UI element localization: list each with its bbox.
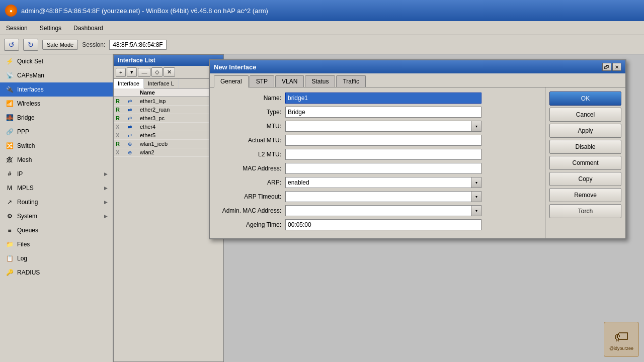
safe-mode-button[interactable]: Safe Mode [42,40,78,50]
session-label: Session: [82,41,105,48]
tab-interface-l[interactable]: Interface L [144,79,179,88]
dialog-minimize-button[interactable]: 🗗 [602,63,611,71]
sidebar-label-capsman: CAPsMan [17,72,44,79]
apply-button[interactable]: Apply [549,124,621,138]
form-row-type: Type: [220,107,535,118]
list-item[interactable]: X ⊕ wlan2 [114,148,223,157]
list-item[interactable]: X ⇄ ether4 [114,123,223,131]
tab-status[interactable]: Status [305,75,335,87]
menu-dashboard[interactable]: Dashboard [71,24,105,33]
form-row-ageing-time: Ageing Time: [220,219,535,230]
form-row-name: Name: [220,93,535,104]
name-label: Name: [220,95,285,102]
mtu-label: MTU: [220,123,285,130]
sidebar-item-log[interactable]: 📋 Log [0,251,113,265]
mtu-input[interactable] [285,121,471,132]
sidebar-label-wireless: Wireless [17,100,40,107]
mesh-icon: 🕸 [5,155,14,164]
arp-timeout-input[interactable] [285,191,471,202]
tab-interface[interactable]: Interface [114,79,144,88]
sidebar: ⚡ Quick Set 📡 CAPsMan 🔌 Interfaces 📶 Wir… [0,54,113,362]
remove-button[interactable]: Remove [549,188,621,202]
dialog-form: Name: Type: MTU: ▾ [210,87,545,238]
refresh-button[interactable]: ↻ [23,39,38,51]
sidebar-item-bridge[interactable]: 🌉 Bridge [0,111,113,125]
sidebar-label-ppp: PPP [17,128,29,135]
dialog-close-button[interactable]: ✕ [612,63,621,71]
sidebar-item-files[interactable]: 📁 Files [0,237,113,251]
sidebar-item-capsman[interactable]: 📡 CAPsMan [0,68,113,82]
menu-session[interactable]: Session [4,24,30,33]
form-row-mtu: MTU: ▾ [220,121,535,132]
mtu-dropdown-button[interactable]: ▾ [471,121,481,132]
add-button[interactable]: + [116,68,126,77]
status-r: R [116,98,128,104]
sidebar-item-ip[interactable]: # IP ▶ [0,167,113,181]
mpls-arrow-icon: ▶ [104,186,108,191]
sidebar-item-switch[interactable]: 🔀 Switch [0,139,113,153]
list-item[interactable]: R ⇄ ether3_pc [114,114,223,123]
toolbar: ↺ ↻ Safe Mode Session: 48:8F:5A:86:54:8F [0,35,644,54]
add-dropdown-button[interactable]: ▾ [127,67,137,77]
list-item[interactable]: X ⇄ ether5 [114,131,223,140]
sidebar-item-mpls[interactable]: M MPLS ▶ [0,181,113,195]
type-input[interactable] [285,107,481,118]
routing-icon: ↗ [5,198,14,207]
arp-input[interactable] [285,177,471,188]
ppp-icon: 🔗 [5,127,14,136]
sidebar-item-routing[interactable]: ↗ Routing ▶ [0,195,113,209]
mac-address-input[interactable] [285,163,481,174]
list-item[interactable]: R ⇄ ether1_isp [114,97,223,106]
list-item[interactable]: R ⊕ wlan1_iceb [114,140,223,148]
admin-mac-dropdown-button[interactable]: ▾ [471,205,481,216]
edit-button[interactable]: ◇ [151,67,163,77]
tab-stp[interactable]: STP [250,75,274,87]
list-rows: R ⇄ ether1_isp R ⇄ ether2_ruan R ⇄ ether… [114,97,223,157]
cancel-button[interactable]: Cancel [549,108,621,122]
interface-list-toolbar: + ▾ — ◇ ✕ [114,66,223,79]
sidebar-item-wireless[interactable]: 📶 Wireless [0,97,113,111]
arp-timeout-dropdown-button[interactable]: ▾ [471,191,481,202]
arp-dropdown-button[interactable]: ▾ [471,177,481,188]
sidebar-item-ppp[interactable]: 🔗 PPP [0,125,113,139]
arp-label: ARP: [220,179,285,186]
ageing-time-input[interactable] [285,219,481,230]
net-icon: ⇄ [128,116,140,121]
close-item-button[interactable]: ✕ [164,67,175,77]
actual-mtu-input[interactable] [285,135,481,146]
disable-button[interactable]: Disable [549,140,621,154]
l2-mtu-input[interactable] [285,149,481,160]
list-item[interactable]: R ⇄ ether2_ruan [114,106,223,114]
dialog-body: Name: Type: MTU: ▾ [210,87,625,238]
sidebar-item-queues[interactable]: ≡ Queues [0,223,113,237]
tab-vlan[interactable]: VLAN [275,75,304,87]
new-interface-dialog: New Interface 🗗 ✕ General STP VLAN Statu… [209,59,626,239]
menu-settings[interactable]: Settings [38,24,63,33]
remove-button[interactable]: — [138,68,150,77]
tab-general[interactable]: General [214,75,249,87]
main-layout: ⚡ Quick Set 📡 CAPsMan 🔌 Interfaces 📶 Wir… [0,54,644,362]
arp-timeout-field: ▾ [285,191,481,202]
admin-mac-input[interactable] [285,205,471,216]
sidebar-item-interfaces[interactable]: 🔌 Interfaces [0,82,113,97]
capsman-icon: 📡 [5,71,14,80]
sidebar-label-switch: Switch [17,142,35,149]
form-row-l2-mtu: L2 MTU: [220,149,535,160]
copy-button[interactable]: Copy [549,172,621,186]
undo-button[interactable]: ↺ [4,39,19,51]
files-icon: 📁 [5,240,14,249]
arp-field: ▾ [285,177,481,188]
sidebar-item-system[interactable]: ⚙ System ▶ [0,209,113,223]
sidebar-item-radius[interactable]: 🔑 RADIUS [0,265,113,280]
tab-traffic[interactable]: Traffic [336,75,366,87]
list-headers: Name [114,88,223,97]
sidebar-item-quick-set[interactable]: ⚡ Quick Set [0,54,113,68]
sidebar-item-mesh[interactable]: 🕸 Mesh [0,153,113,167]
form-row-mac-address: MAC Address: [220,163,535,174]
comment-button[interactable]: Comment [549,156,621,170]
ok-button[interactable]: OK [549,92,621,106]
torch-button[interactable]: Torch [549,204,621,218]
name-input[interactable] [285,93,481,104]
ageing-time-label: Ageing Time: [220,221,285,228]
actual-mtu-label: Actual MTU: [220,137,285,144]
